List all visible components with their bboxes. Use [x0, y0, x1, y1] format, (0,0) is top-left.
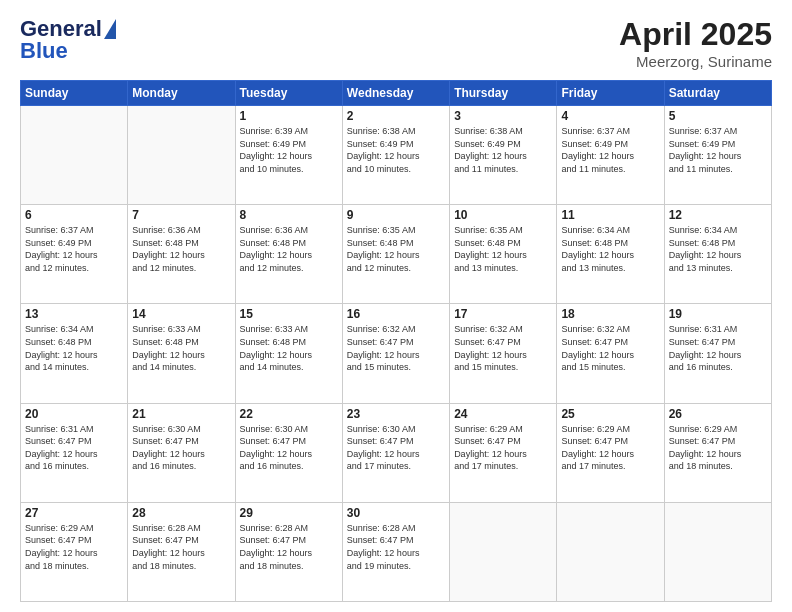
day-info: Sunrise: 6:32 AM Sunset: 6:47 PM Dayligh…	[347, 323, 445, 373]
calendar-cell-w3-d2: 14Sunrise: 6:33 AM Sunset: 6:48 PM Dayli…	[128, 304, 235, 403]
header-wednesday: Wednesday	[342, 81, 449, 106]
day-info: Sunrise: 6:38 AM Sunset: 6:49 PM Dayligh…	[347, 125, 445, 175]
header-tuesday: Tuesday	[235, 81, 342, 106]
day-info: Sunrise: 6:32 AM Sunset: 6:47 PM Dayligh…	[561, 323, 659, 373]
calendar-cell-w4-d7: 26Sunrise: 6:29 AM Sunset: 6:47 PM Dayli…	[664, 403, 771, 502]
logo-blue: Blue	[20, 38, 68, 64]
logo: General Blue	[20, 16, 116, 64]
calendar-cell-w4-d6: 25Sunrise: 6:29 AM Sunset: 6:47 PM Dayli…	[557, 403, 664, 502]
calendar-week-1: 1Sunrise: 6:39 AM Sunset: 6:49 PM Daylig…	[21, 106, 772, 205]
day-info: Sunrise: 6:35 AM Sunset: 6:48 PM Dayligh…	[454, 224, 552, 274]
day-number: 23	[347, 407, 445, 421]
calendar-cell-w2-d6: 11Sunrise: 6:34 AM Sunset: 6:48 PM Dayli…	[557, 205, 664, 304]
day-info: Sunrise: 6:34 AM Sunset: 6:48 PM Dayligh…	[669, 224, 767, 274]
day-number: 8	[240, 208, 338, 222]
calendar-header-row: Sunday Monday Tuesday Wednesday Thursday…	[21, 81, 772, 106]
calendar-cell-w5-d7	[664, 502, 771, 601]
day-info: Sunrise: 6:36 AM Sunset: 6:48 PM Dayligh…	[132, 224, 230, 274]
day-number: 20	[25, 407, 123, 421]
day-number: 18	[561, 307, 659, 321]
calendar-cell-w4-d5: 24Sunrise: 6:29 AM Sunset: 6:47 PM Dayli…	[450, 403, 557, 502]
day-info: Sunrise: 6:30 AM Sunset: 6:47 PM Dayligh…	[347, 423, 445, 473]
calendar-cell-w3-d7: 19Sunrise: 6:31 AM Sunset: 6:47 PM Dayli…	[664, 304, 771, 403]
header-friday: Friday	[557, 81, 664, 106]
day-info: Sunrise: 6:30 AM Sunset: 6:47 PM Dayligh…	[240, 423, 338, 473]
day-info: Sunrise: 6:29 AM Sunset: 6:47 PM Dayligh…	[454, 423, 552, 473]
header-sunday: Sunday	[21, 81, 128, 106]
day-info: Sunrise: 6:34 AM Sunset: 6:48 PM Dayligh…	[25, 323, 123, 373]
day-number: 4	[561, 109, 659, 123]
calendar-cell-w4-d2: 21Sunrise: 6:30 AM Sunset: 6:47 PM Dayli…	[128, 403, 235, 502]
day-number: 6	[25, 208, 123, 222]
day-number: 13	[25, 307, 123, 321]
calendar-week-5: 27Sunrise: 6:29 AM Sunset: 6:47 PM Dayli…	[21, 502, 772, 601]
calendar-week-4: 20Sunrise: 6:31 AM Sunset: 6:47 PM Dayli…	[21, 403, 772, 502]
day-info: Sunrise: 6:32 AM Sunset: 6:47 PM Dayligh…	[454, 323, 552, 373]
calendar-cell-w3-d6: 18Sunrise: 6:32 AM Sunset: 6:47 PM Dayli…	[557, 304, 664, 403]
day-info: Sunrise: 6:33 AM Sunset: 6:48 PM Dayligh…	[132, 323, 230, 373]
header-thursday: Thursday	[450, 81, 557, 106]
day-number: 14	[132, 307, 230, 321]
day-info: Sunrise: 6:31 AM Sunset: 6:47 PM Dayligh…	[25, 423, 123, 473]
day-number: 16	[347, 307, 445, 321]
day-info: Sunrise: 6:37 AM Sunset: 6:49 PM Dayligh…	[25, 224, 123, 274]
day-number: 3	[454, 109, 552, 123]
logo-triangle-icon	[104, 19, 116, 39]
calendar-cell-w2-d4: 9Sunrise: 6:35 AM Sunset: 6:48 PM Daylig…	[342, 205, 449, 304]
day-number: 28	[132, 506, 230, 520]
day-number: 19	[669, 307, 767, 321]
header: General Blue April 2025 Meerzorg, Surina…	[20, 16, 772, 70]
day-info: Sunrise: 6:38 AM Sunset: 6:49 PM Dayligh…	[454, 125, 552, 175]
day-info: Sunrise: 6:31 AM Sunset: 6:47 PM Dayligh…	[669, 323, 767, 373]
calendar-cell-w1-d3: 1Sunrise: 6:39 AM Sunset: 6:49 PM Daylig…	[235, 106, 342, 205]
calendar-cell-w2-d1: 6Sunrise: 6:37 AM Sunset: 6:49 PM Daylig…	[21, 205, 128, 304]
day-number: 5	[669, 109, 767, 123]
day-number: 1	[240, 109, 338, 123]
calendar-cell-w4-d4: 23Sunrise: 6:30 AM Sunset: 6:47 PM Dayli…	[342, 403, 449, 502]
page: General Blue April 2025 Meerzorg, Surina…	[0, 0, 792, 612]
calendar-cell-w5-d6	[557, 502, 664, 601]
calendar-cell-w5-d3: 29Sunrise: 6:28 AM Sunset: 6:47 PM Dayli…	[235, 502, 342, 601]
day-number: 2	[347, 109, 445, 123]
day-info: Sunrise: 6:29 AM Sunset: 6:47 PM Dayligh…	[25, 522, 123, 572]
day-info: Sunrise: 6:36 AM Sunset: 6:48 PM Dayligh…	[240, 224, 338, 274]
day-info: Sunrise: 6:37 AM Sunset: 6:49 PM Dayligh…	[669, 125, 767, 175]
day-info: Sunrise: 6:37 AM Sunset: 6:49 PM Dayligh…	[561, 125, 659, 175]
calendar-cell-w1-d6: 4Sunrise: 6:37 AM Sunset: 6:49 PM Daylig…	[557, 106, 664, 205]
calendar-cell-w5-d2: 28Sunrise: 6:28 AM Sunset: 6:47 PM Dayli…	[128, 502, 235, 601]
day-number: 22	[240, 407, 338, 421]
day-number: 29	[240, 506, 338, 520]
calendar-cell-w5-d5	[450, 502, 557, 601]
calendar-cell-w5-d1: 27Sunrise: 6:29 AM Sunset: 6:47 PM Dayli…	[21, 502, 128, 601]
calendar-week-2: 6Sunrise: 6:37 AM Sunset: 6:49 PM Daylig…	[21, 205, 772, 304]
day-info: Sunrise: 6:28 AM Sunset: 6:47 PM Dayligh…	[132, 522, 230, 572]
header-monday: Monday	[128, 81, 235, 106]
location: Meerzorg, Suriname	[619, 53, 772, 70]
calendar-cell-w5-d4: 30Sunrise: 6:28 AM Sunset: 6:47 PM Dayli…	[342, 502, 449, 601]
day-number: 15	[240, 307, 338, 321]
day-number: 24	[454, 407, 552, 421]
calendar-cell-w1-d5: 3Sunrise: 6:38 AM Sunset: 6:49 PM Daylig…	[450, 106, 557, 205]
day-info: Sunrise: 6:28 AM Sunset: 6:47 PM Dayligh…	[347, 522, 445, 572]
day-info: Sunrise: 6:29 AM Sunset: 6:47 PM Dayligh…	[669, 423, 767, 473]
day-number: 7	[132, 208, 230, 222]
calendar-cell-w3-d3: 15Sunrise: 6:33 AM Sunset: 6:48 PM Dayli…	[235, 304, 342, 403]
day-info: Sunrise: 6:34 AM Sunset: 6:48 PM Dayligh…	[561, 224, 659, 274]
calendar-cell-w1-d7: 5Sunrise: 6:37 AM Sunset: 6:49 PM Daylig…	[664, 106, 771, 205]
title-section: April 2025 Meerzorg, Suriname	[619, 16, 772, 70]
header-saturday: Saturday	[664, 81, 771, 106]
calendar-cell-w1-d2	[128, 106, 235, 205]
calendar-cell-w1-d4: 2Sunrise: 6:38 AM Sunset: 6:49 PM Daylig…	[342, 106, 449, 205]
calendar-cell-w4-d1: 20Sunrise: 6:31 AM Sunset: 6:47 PM Dayli…	[21, 403, 128, 502]
day-number: 12	[669, 208, 767, 222]
day-number: 21	[132, 407, 230, 421]
month-title: April 2025	[619, 16, 772, 53]
day-info: Sunrise: 6:33 AM Sunset: 6:48 PM Dayligh…	[240, 323, 338, 373]
calendar: Sunday Monday Tuesday Wednesday Thursday…	[20, 80, 772, 602]
day-number: 9	[347, 208, 445, 222]
day-info: Sunrise: 6:29 AM Sunset: 6:47 PM Dayligh…	[561, 423, 659, 473]
calendar-cell-w2-d7: 12Sunrise: 6:34 AM Sunset: 6:48 PM Dayli…	[664, 205, 771, 304]
calendar-cell-w2-d2: 7Sunrise: 6:36 AM Sunset: 6:48 PM Daylig…	[128, 205, 235, 304]
day-number: 25	[561, 407, 659, 421]
calendar-cell-w3-d1: 13Sunrise: 6:34 AM Sunset: 6:48 PM Dayli…	[21, 304, 128, 403]
